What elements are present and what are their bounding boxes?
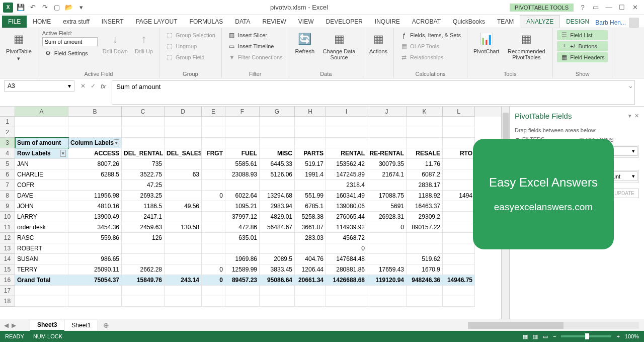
select-all-corner[interactable] <box>0 107 15 117</box>
row-header[interactable]: 18 <box>0 296 15 307</box>
cell[interactable] <box>295 127 326 138</box>
row-header[interactable]: 1 <box>0 117 15 127</box>
column-header[interactable]: J <box>367 107 407 117</box>
cell[interactable] <box>165 138 202 148</box>
cell[interactable] <box>443 117 475 127</box>
cell[interactable]: Column Labels ▾ <box>68 138 122 148</box>
row-header[interactable]: 13 <box>0 243 15 254</box>
cell[interactable] <box>367 254 407 264</box>
column-header[interactable]: F <box>225 107 260 117</box>
cell[interactable]: 948246.36 <box>407 275 443 286</box>
cell[interactable] <box>443 201 475 212</box>
cell[interactable]: 2693.25 <box>122 191 165 201</box>
cell[interactable]: 17659.43 <box>367 264 407 275</box>
cell[interactable]: 2318.4 <box>326 180 367 191</box>
cell[interactable] <box>225 180 260 191</box>
cell[interactable]: 5691 <box>367 201 407 212</box>
tab-page-layout[interactable]: PAGE LAYOUT <box>130 16 184 28</box>
cell[interactable]: 276065.44 <box>326 212 367 222</box>
column-header[interactable]: D <box>165 107 202 117</box>
cell[interactable]: 243.14 <box>165 275 202 286</box>
cell[interactable]: 986.65 <box>68 254 122 264</box>
cancel-icon[interactable]: ✕ <box>80 82 86 89</box>
fields-items-sets-button[interactable]: ƒFields, Items, & Sets <box>398 30 463 40</box>
row-header[interactable]: 5 <box>0 159 15 169</box>
cell[interactable]: 6087.2 <box>407 169 443 180</box>
cell[interactable] <box>15 286 68 296</box>
cell[interactable]: 1991.4 <box>295 169 326 180</box>
cell[interactable]: 6288.5 <box>68 169 122 180</box>
cell[interactable]: 519.17 <box>295 159 326 169</box>
sheet-nav[interactable]: ◀▶ <box>0 322 30 329</box>
cell[interactable]: 2417.1 <box>122 212 165 222</box>
cell[interactable] <box>443 159 475 169</box>
cell[interactable]: 551.99 <box>295 191 326 201</box>
cell[interactable]: 404.76 <box>295 254 326 264</box>
cell[interactable]: 130.58 <box>165 222 202 233</box>
cell[interactable]: 890157.22 <box>407 222 443 233</box>
active-field-input[interactable] <box>42 37 98 46</box>
cell[interactable] <box>15 296 68 307</box>
cell[interactable]: LARRY <box>15 212 68 222</box>
tab-inquire[interactable]: INQUIRE <box>369 16 406 28</box>
cell[interactable]: 11.76 <box>407 159 443 169</box>
maximize-icon[interactable]: ☐ <box>618 4 626 12</box>
cell[interactable]: 1186.5 <box>122 201 165 212</box>
cell[interactable]: RESALE <box>407 148 443 159</box>
cell[interactable] <box>165 233 202 243</box>
cell[interactable]: 56484.67 <box>260 222 295 233</box>
cell[interactable]: MISC <box>260 148 295 159</box>
cell[interactable] <box>295 296 326 307</box>
dropdown-icon[interactable]: ▾ <box>632 148 635 154</box>
cell[interactable]: 11956.98 <box>68 191 122 201</box>
insert-slicer-button[interactable]: ▥Insert Slicer <box>226 30 285 40</box>
cell[interactable]: FRGT <box>202 148 225 159</box>
cell[interactable]: 29309.2 <box>407 212 443 222</box>
cell[interactable]: 13294.68 <box>260 191 295 201</box>
cell[interactable] <box>260 127 295 138</box>
column-header[interactable]: G <box>260 107 295 117</box>
tab-developer[interactable]: DEVELOPER <box>319 16 368 28</box>
tab-acrobat[interactable]: ACROBAT <box>406 16 447 28</box>
cell[interactable] <box>202 169 225 180</box>
cell[interactable]: 0 <box>202 264 225 275</box>
cell[interactable] <box>443 180 475 191</box>
tab-formulas[interactable]: FORMULAS <box>184 16 229 28</box>
cell[interactable] <box>202 201 225 212</box>
cell[interactable]: 6445.33 <box>260 159 295 169</box>
pivottable-button[interactable]: ▦ PivotTable ▾ <box>4 30 34 63</box>
cell[interactable]: 95086.64 <box>260 275 295 286</box>
cell[interactable] <box>15 127 68 138</box>
cell[interactable]: 1494 <box>443 191 475 201</box>
cell[interactable]: 6785.1 <box>295 201 326 212</box>
pm-buttons-button[interactable]: ±+/- Buttons <box>557 41 607 51</box>
cell[interactable] <box>407 138 443 148</box>
next-icon[interactable]: ▶ <box>12 322 16 329</box>
cell[interactable] <box>260 117 295 127</box>
expand-icon[interactable]: ⌄ <box>627 81 634 90</box>
cell[interactable]: Row Labels ▾ <box>15 148 68 159</box>
cell[interactable] <box>443 243 475 254</box>
cell[interactable]: 280881.86 <box>326 264 367 275</box>
cell[interactable] <box>326 286 367 296</box>
cell[interactable]: FUEL <box>225 148 260 159</box>
cell[interactable] <box>202 127 225 138</box>
cell[interactable]: 63 <box>165 169 202 180</box>
cell[interactable] <box>295 138 326 148</box>
cell[interactable]: JOHN <box>15 201 68 212</box>
cell[interactable] <box>367 117 407 127</box>
help-icon[interactable]: ? <box>579 4 587 12</box>
fx-icon[interactable]: fx <box>101 82 106 90</box>
cell[interactable] <box>443 222 475 233</box>
close-icon[interactable]: ✕ <box>631 4 639 12</box>
cell[interactable] <box>202 286 225 296</box>
cell[interactable] <box>443 286 475 296</box>
cell[interactable] <box>407 286 443 296</box>
row-header[interactable]: 9 <box>0 201 15 212</box>
cell[interactable] <box>407 233 443 243</box>
cell[interactable] <box>407 296 443 307</box>
cell[interactable] <box>202 212 225 222</box>
cell[interactable] <box>367 296 407 307</box>
cell[interactable]: 49.56 <box>165 201 202 212</box>
cell[interactable]: RTO <box>443 148 475 159</box>
